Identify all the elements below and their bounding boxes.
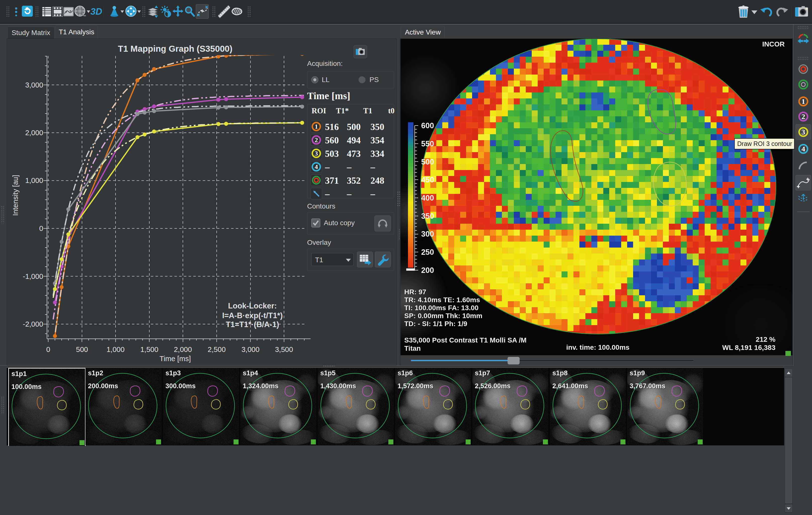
svg-text:4: 4: [315, 163, 318, 171]
svg-text:300: 300: [421, 230, 434, 238]
svg-text:3,000: 3,000: [25, 81, 43, 89]
svg-text:1,000: 1,000: [25, 176, 43, 184]
svg-text:2,500: 2,500: [208, 345, 226, 353]
svg-text:1,000: 1,000: [107, 345, 125, 353]
svg-text:1: 1: [315, 123, 318, 130]
svg-text:450: 450: [421, 175, 434, 184]
svg-text:Intensity [au]: Intensity [au]: [11, 175, 19, 216]
svg-text:3,500: 3,500: [275, 345, 293, 353]
svg-text:2,000: 2,000: [25, 129, 43, 137]
svg-text:550: 550: [421, 139, 434, 148]
svg-text:3,000: 3,000: [241, 345, 260, 353]
svg-text:3: 3: [315, 150, 318, 157]
svg-text:250: 250: [421, 248, 434, 257]
svg-text:2,000: 2,000: [174, 345, 192, 353]
svg-text:I=A-B·exp(-t/T1*): I=A-B·exp(-t/T1*): [222, 311, 283, 320]
svg-text:350: 350: [421, 212, 434, 221]
svg-text:T1 Mapping Graph (S35000): T1 Mapping Graph (S35000): [118, 44, 233, 53]
svg-text:Look-Locker:: Look-Locker:: [228, 302, 277, 310]
svg-text:-2,000: -2,000: [23, 320, 43, 328]
svg-text:400: 400: [421, 194, 434, 202]
svg-text:2: 2: [802, 112, 805, 120]
svg-text:500: 500: [76, 345, 88, 353]
svg-text:500: 500: [421, 158, 434, 166]
svg-text:2: 2: [315, 137, 318, 144]
svg-text:200: 200: [421, 266, 434, 275]
svg-text:T1=T1*·(B/A-1): T1=T1*·(B/A-1): [226, 320, 279, 329]
svg-text:Time [ms]: Time [ms]: [160, 355, 191, 363]
svg-text:3: 3: [802, 128, 805, 136]
svg-text:0: 0: [39, 224, 43, 232]
svg-text:0: 0: [46, 345, 50, 353]
svg-text:4: 4: [802, 145, 805, 153]
svg-text:1,500: 1,500: [140, 345, 158, 353]
svg-text:600: 600: [421, 121, 434, 130]
svg-text:-1,000: -1,000: [23, 273, 43, 280]
svg-text:1: 1: [802, 97, 805, 105]
